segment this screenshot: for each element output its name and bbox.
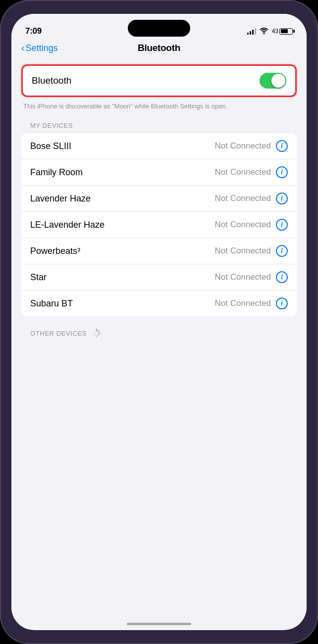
- bluetooth-label: Bluetooth: [32, 75, 71, 86]
- dynamic-island: [128, 20, 190, 37]
- my-devices-header: MY DEVICES: [21, 122, 297, 129]
- page-title: Bluetooth: [138, 43, 180, 53]
- device-info-button-lavender-haze[interactable]: i: [276, 193, 288, 204]
- device-name-lavender-haze: Lavender Haze: [30, 194, 91, 204]
- svg-line-4: [98, 335, 99, 336]
- signal-bar-2: [250, 31, 251, 35]
- device-status-subaru: Not Connected: [215, 298, 271, 308]
- nav-header: ‹ Settings Bluetooth: [11, 41, 307, 58]
- device-right-lavender-haze: Not Connected i: [215, 193, 288, 204]
- bluetooth-toggle[interactable]: [260, 73, 286, 89]
- device-status-family-room: Not Connected: [215, 167, 271, 177]
- battery-level: 43: [272, 28, 278, 35]
- toggle-knob: [271, 74, 285, 88]
- device-status-lavender-haze: Not Connected: [215, 194, 271, 203]
- signal-bar-1: [247, 33, 249, 35]
- device-status-bose: Not Connected: [215, 141, 271, 151]
- phone-frame: 7:09: [0, 0, 318, 644]
- device-status-star: Not Connected: [215, 272, 271, 282]
- device-name-le-lavender-haze: LE-Lavender Haze: [30, 220, 105, 230]
- back-label: Settings: [26, 43, 58, 53]
- signal-bar-3: [252, 30, 254, 35]
- device-item-family-room: Family Room Not Connected i: [21, 159, 297, 186]
- back-chevron-icon: ‹: [21, 42, 25, 53]
- device-name-powerbeats: Powerbeats³: [30, 246, 80, 256]
- svg-point-0: [263, 33, 265, 34]
- device-info-button-family-room[interactable]: i: [276, 166, 288, 178]
- wifi-icon: [260, 28, 268, 35]
- battery-icon: [279, 28, 293, 35]
- device-item-powerbeats: Powerbeats³ Not Connected i: [21, 238, 297, 264]
- device-name-star: Star: [30, 272, 47, 283]
- content-area: Bluetooth This iPhone is discoverable as…: [11, 58, 307, 630]
- device-info-button-star[interactable]: i: [276, 271, 288, 283]
- screen: 7:09: [11, 14, 307, 630]
- device-info-button-powerbeats[interactable]: i: [276, 245, 288, 257]
- device-right-star: Not Connected i: [215, 271, 288, 283]
- my-devices-list: Bose SLIII Not Connected i Family Room N…: [21, 133, 297, 316]
- status-icons: 43: [247, 28, 293, 35]
- bluetooth-toggle-section: Bluetooth: [21, 64, 297, 97]
- device-item-lavender-haze: Lavender Haze Not Connected i: [21, 186, 297, 212]
- device-item-bose: Bose SLIII Not Connected i: [21, 133, 297, 159]
- svg-line-2: [98, 331, 99, 332]
- device-right-subaru: Not Connected i: [215, 297, 288, 309]
- other-devices-label: OTHER DEVICES: [30, 330, 87, 337]
- status-bar: 7:09: [11, 14, 307, 41]
- battery-fill: [281, 29, 288, 33]
- other-devices-header: OTHER DEVICES: [21, 328, 297, 338]
- svg-line-6: [94, 335, 95, 336]
- scanning-spinner: [92, 328, 102, 338]
- signal-bar-4: [255, 28, 256, 35]
- device-status-powerbeats: Not Connected: [215, 246, 271, 256]
- discoverable-text: This iPhone is discoverable as "Moon" wh…: [21, 102, 297, 111]
- device-item-subaru: Subaru BT Not Connected i: [21, 291, 297, 316]
- device-info-button-subaru[interactable]: i: [276, 297, 288, 309]
- device-info-button-bose[interactable]: i: [276, 140, 288, 152]
- device-name-subaru: Subaru BT: [30, 298, 73, 309]
- back-button[interactable]: ‹ Settings: [21, 43, 58, 53]
- device-name-bose: Bose SLIII: [30, 141, 71, 151]
- battery-indicator: 43: [272, 28, 293, 35]
- device-status-le-lavender-haze: Not Connected: [215, 220, 271, 230]
- signal-icon: [247, 28, 256, 35]
- home-indicator[interactable]: [127, 623, 191, 625]
- device-item-le-lavender-haze: LE-Lavender Haze Not Connected i: [21, 212, 297, 238]
- device-right-family-room: Not Connected i: [215, 166, 288, 178]
- svg-line-8: [94, 331, 95, 332]
- screen-bottom-spacer: [21, 342, 297, 357]
- device-item-star: Star Not Connected i: [21, 264, 297, 291]
- device-right-bose: Not Connected i: [215, 140, 288, 152]
- device-name-family-room: Family Room: [30, 167, 83, 178]
- status-time: 7:09: [25, 26, 42, 36]
- device-right-le-lavender-haze: Not Connected i: [215, 219, 288, 231]
- device-info-button-le-lavender-haze[interactable]: i: [276, 219, 288, 231]
- device-right-powerbeats: Not Connected i: [215, 245, 288, 257]
